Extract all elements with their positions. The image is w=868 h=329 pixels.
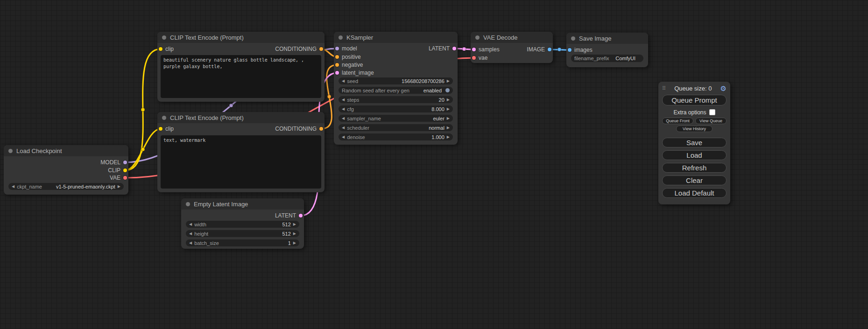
- conditioning-slot-dot-icon[interactable]: [319, 47, 323, 51]
- conditioning-output-slot[interactable]: CONDITIONING: [157, 46, 325, 52]
- node-empty-latent-image[interactable]: Empty Latent Image LATENT ◀ width 512 ▶ …: [181, 198, 304, 249]
- ckpt-name-widget[interactable]: ◀ ckpt_name v1-5-pruned-emaonly.ckpt ▶: [8, 183, 124, 190]
- conditioning-slot-dot-icon[interactable]: [319, 127, 323, 131]
- conditioning-output-slot[interactable]: CONDITIONING: [157, 126, 325, 132]
- collapse-dot-icon[interactable]: [162, 116, 166, 120]
- save-button[interactable]: Save: [662, 138, 727, 147]
- vae-input-slot[interactable]: vae: [471, 55, 553, 61]
- node-title: CLIP Text Encode (Prompt): [170, 34, 244, 41]
- image-slot-dot-icon[interactable]: [548, 48, 551, 51]
- clear-button[interactable]: Clear: [662, 175, 727, 185]
- conditioning-slot-dot-icon[interactable]: [335, 55, 339, 59]
- queue-prompt-button[interactable]: Queue Prompt: [662, 95, 727, 105]
- node-title-bar[interactable]: Save Image: [566, 33, 648, 44]
- decrement-arrow-icon[interactable]: ◀: [342, 96, 345, 103]
- increment-arrow-icon[interactable]: ▶: [447, 105, 450, 112]
- settings-gear-icon[interactable]: ⚙: [720, 85, 727, 92]
- vae-slot-dot-icon[interactable]: [472, 56, 476, 60]
- view-history-button[interactable]: View History: [676, 126, 713, 132]
- model-output-slot[interactable]: MODEL: [4, 159, 128, 166]
- extra-options-checkbox[interactable]: [709, 109, 715, 115]
- decrement-arrow-icon[interactable]: ◀: [189, 239, 192, 246]
- node-ksampler[interactable]: KSampler model LATENT positive negative …: [334, 32, 458, 145]
- increment-arrow-icon[interactable]: ▶: [293, 221, 296, 228]
- latent-image-input-slot[interactable]: latent_image: [334, 70, 458, 76]
- node-load-checkpoint[interactable]: Load Checkpoint MODEL CLIP VAE ◀ ckpt_na…: [4, 145, 128, 195]
- decrement-arrow-icon[interactable]: ◀: [342, 77, 345, 84]
- positive-prompt-textarea[interactable]: beautiful scenery nature glass bottle la…: [161, 55, 321, 98]
- negative-prompt-textarea[interactable]: text, watermark: [161, 135, 321, 189]
- seed-widget[interactable]: ◀ seed 156680208700286 ▶: [339, 77, 453, 84]
- latent-slot-dot-icon[interactable]: [335, 71, 339, 75]
- collapse-dot-icon[interactable]: [8, 149, 13, 153]
- latent-slot-dot-icon[interactable]: [452, 47, 456, 50]
- decrement-arrow-icon[interactable]: ◀: [342, 133, 345, 140]
- slot-label: LATENT: [275, 212, 296, 219]
- widget-name: steps: [347, 97, 359, 103]
- latent-output-slot[interactable]: LATENT: [334, 45, 458, 52]
- load-default-button[interactable]: Load Default: [662, 188, 727, 198]
- clip-output-slot[interactable]: CLIP: [4, 167, 128, 174]
- increment-arrow-icon[interactable]: ▶: [447, 115, 450, 122]
- vae-output-slot[interactable]: VAE: [4, 175, 128, 181]
- collapse-dot-icon[interactable]: [186, 202, 190, 206]
- latent-slot-dot-icon[interactable]: [299, 214, 303, 217]
- increment-arrow-icon[interactable]: ▶: [447, 124, 450, 131]
- images-input-slot[interactable]: images: [566, 47, 648, 53]
- increment-arrow-icon[interactable]: ▶: [118, 183, 120, 190]
- increment-arrow-icon[interactable]: ▶: [447, 133, 450, 140]
- positive-input-slot[interactable]: positive: [334, 54, 458, 60]
- negative-input-slot[interactable]: negative: [334, 62, 458, 68]
- increment-arrow-icon[interactable]: ▶: [447, 77, 450, 84]
- queue-front-button[interactable]: Queue Front: [662, 118, 693, 124]
- increment-arrow-icon[interactable]: ▶: [293, 230, 296, 237]
- node-title-bar[interactable]: CLIP Text Encode (Prompt): [157, 112, 325, 123]
- width-widget[interactable]: ◀ width 512 ▶: [186, 221, 299, 228]
- load-button[interactable]: Load: [662, 150, 727, 160]
- height-widget[interactable]: ◀ height 512 ▶: [186, 230, 299, 237]
- collapse-dot-icon[interactable]: [162, 35, 166, 40]
- node-title-bar[interactable]: Empty Latent Image: [181, 198, 304, 210]
- increment-arrow-icon[interactable]: ▶: [447, 96, 450, 103]
- decrement-arrow-icon[interactable]: ◀: [342, 115, 345, 122]
- node-title-bar[interactable]: Load Checkpoint: [4, 145, 128, 156]
- collapse-dot-icon[interactable]: [571, 36, 575, 41]
- decrement-arrow-icon[interactable]: ◀: [189, 221, 192, 228]
- decrement-arrow-icon[interactable]: ◀: [12, 183, 14, 190]
- queue-menu-panel: ⠿ Queue size: 0 ⚙ Queue Prompt Extra opt…: [658, 82, 730, 204]
- image-slot-dot-icon[interactable]: [568, 48, 572, 52]
- decrement-arrow-icon[interactable]: ◀: [342, 105, 345, 112]
- cfg-widget[interactable]: ◀ cfg 8.000 ▶: [339, 105, 453, 112]
- batch-size-widget[interactable]: ◀ batch_size 1 ▶: [186, 239, 299, 246]
- node-vae-decode[interactable]: VAE Decode samples IMAGE vae: [471, 32, 553, 63]
- increment-arrow-icon[interactable]: ▶: [293, 239, 296, 246]
- queue-pill-row: Queue Front View Queue: [662, 118, 727, 124]
- node-title-bar[interactable]: KSampler: [334, 32, 458, 43]
- sampler-name-widget[interactable]: ◀ sampler_name euler ▶: [339, 115, 453, 122]
- clip-slot-dot-icon[interactable]: [123, 168, 127, 172]
- collapse-dot-icon[interactable]: [475, 35, 480, 40]
- decrement-arrow-icon[interactable]: ◀: [189, 230, 192, 237]
- collapse-dot-icon[interactable]: [339, 35, 343, 40]
- node-title-bar[interactable]: VAE Decode: [471, 32, 553, 43]
- node-save-image[interactable]: Save Image images filename_prefix ComfyU…: [566, 33, 648, 67]
- steps-widget[interactable]: ◀ steps 20 ▶: [339, 96, 453, 103]
- vae-slot-dot-icon[interactable]: [123, 176, 127, 180]
- slot-label: CONDITIONING: [275, 46, 317, 52]
- node-title-bar[interactable]: CLIP Text Encode (Prompt): [157, 32, 325, 43]
- model-slot-dot-icon[interactable]: [123, 161, 127, 164]
- filename-prefix-widget[interactable]: filename_prefix ComfyUI: [571, 55, 643, 62]
- conditioning-slot-dot-icon[interactable]: [335, 63, 339, 67]
- decrement-arrow-icon[interactable]: ◀: [342, 124, 345, 131]
- latent-output-slot[interactable]: LATENT: [181, 212, 304, 219]
- image-output-slot[interactable]: IMAGE: [471, 46, 553, 53]
- denoise-widget[interactable]: ◀ denoise 1.000 ▶: [339, 133, 453, 140]
- toggle-knob-icon[interactable]: [445, 88, 450, 92]
- refresh-button[interactable]: Refresh: [662, 163, 727, 173]
- view-queue-button[interactable]: View Queue: [695, 118, 727, 124]
- scheduler-widget[interactable]: ◀ scheduler normal ▶: [339, 124, 453, 131]
- node-clip-text-encode-positive[interactable]: CLIP Text Encode (Prompt) clip CONDITION…: [157, 32, 325, 102]
- drag-handle-icon[interactable]: ⠿: [662, 85, 666, 91]
- random-seed-toggle-widget[interactable]: Random seed after every gen enabled: [339, 87, 453, 94]
- node-clip-text-encode-negative[interactable]: CLIP Text Encode (Prompt) clip CONDITION…: [157, 112, 325, 192]
